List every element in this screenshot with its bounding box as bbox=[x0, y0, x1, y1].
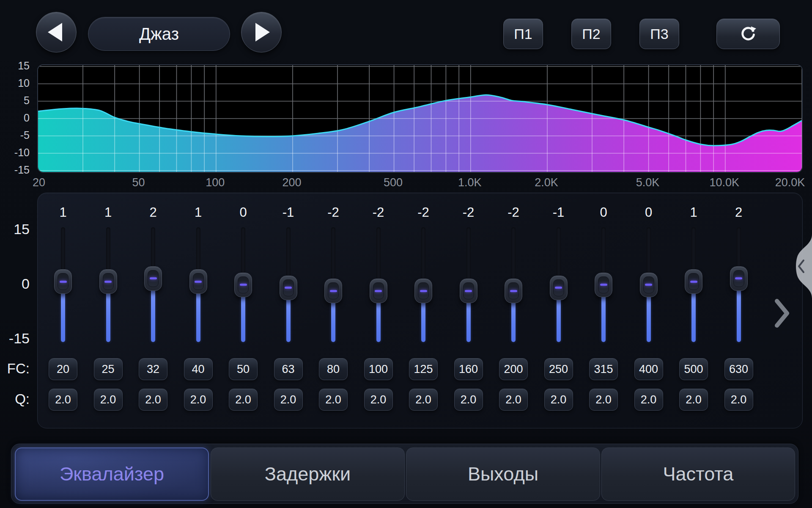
slider-scale-max-label: 15 bbox=[0, 221, 30, 237]
band-q-button[interactable]: 2.0 bbox=[364, 389, 393, 411]
band-slider-thumb-inner bbox=[238, 276, 249, 293]
band-q-button[interactable]: 2.0 bbox=[139, 389, 167, 411]
eq-band-column: 15002.0 bbox=[671, 0, 716, 508]
tab-outputs[interactable]: Выходы bbox=[406, 447, 600, 501]
band-q-button[interactable]: 2.0 bbox=[94, 389, 123, 411]
band-slider-thumb[interactable] bbox=[640, 273, 658, 297]
band-slider-thumb-inner bbox=[553, 279, 564, 296]
band-fc-button[interactable]: 630 bbox=[724, 358, 753, 380]
thumb-dash-icon bbox=[285, 287, 292, 289]
band-gain-value: 2 bbox=[131, 205, 176, 220]
band-slider-thumb[interactable] bbox=[234, 273, 252, 297]
band-q-button[interactable]: 2.0 bbox=[499, 389, 528, 411]
band-gain-value: -2 bbox=[401, 205, 446, 220]
eq-band-column: -2802.0 bbox=[311, 0, 356, 508]
thumb-dash-icon bbox=[375, 290, 382, 292]
band-q-button[interactable]: 2.0 bbox=[724, 389, 753, 411]
band-slider-fill bbox=[286, 298, 291, 342]
band-fc-button[interactable]: 50 bbox=[229, 358, 258, 380]
band-gain-value: -1 bbox=[266, 205, 311, 220]
eq-band-column: 1202.0 bbox=[41, 0, 85, 508]
band-slider-thumb[interactable] bbox=[550, 276, 568, 300]
band-slider-thumb[interactable] bbox=[595, 273, 612, 297]
equalizer-screen: Джаз П1 П2 П3 151050-5-10-15 20501002005… bbox=[0, 0, 812, 508]
band-fc-button[interactable]: 160 bbox=[454, 358, 483, 380]
band-slider-thumb-inner bbox=[733, 270, 744, 287]
band-slider-fill bbox=[151, 289, 155, 342]
band-fc-button[interactable]: 63 bbox=[274, 358, 303, 380]
band-fc-button[interactable]: 500 bbox=[679, 358, 708, 380]
band-q-button[interactable]: 2.0 bbox=[229, 389, 258, 411]
band-slider-thumb[interactable] bbox=[730, 266, 748, 291]
band-slider-thumb[interactable] bbox=[99, 269, 117, 294]
band-gain-value: -2 bbox=[311, 205, 356, 220]
chevron-right-icon bbox=[777, 301, 787, 326]
thumb-dash-icon bbox=[510, 290, 517, 292]
y-tick-label: 15 bbox=[3, 59, 30, 72]
band-slider-thumb[interactable] bbox=[685, 269, 702, 294]
band-slider-fill bbox=[647, 295, 651, 342]
band-slider-thumb[interactable] bbox=[189, 269, 207, 294]
band-slider-thumb-inner bbox=[148, 270, 159, 287]
band-gain-value: 1 bbox=[176, 205, 221, 220]
band-q-button[interactable]: 2.0 bbox=[634, 389, 663, 411]
y-tick-label: 5 bbox=[3, 94, 30, 107]
band-slider-fill bbox=[376, 301, 381, 342]
band-slider-fill bbox=[557, 298, 561, 342]
slider-scale-zero-label: 0 bbox=[0, 276, 30, 292]
band-fc-button[interactable]: 25 bbox=[94, 358, 123, 380]
band-fc-button[interactable]: 200 bbox=[499, 358, 528, 380]
band-slider-fill bbox=[331, 301, 335, 342]
eq-band-column: 03152.0 bbox=[581, 0, 626, 508]
band-slider-thumb-inner bbox=[508, 282, 519, 299]
band-slider-thumb-inner bbox=[283, 279, 294, 296]
next-bands-page-button[interactable] bbox=[774, 298, 791, 330]
band-slider-thumb[interactable] bbox=[414, 279, 432, 303]
band-gain-value: -2 bbox=[446, 205, 491, 220]
thumb-dash-icon bbox=[420, 290, 427, 292]
band-fc-button[interactable]: 100 bbox=[364, 358, 393, 380]
band-q-button[interactable]: 2.0 bbox=[409, 389, 438, 411]
band-fc-button[interactable]: 125 bbox=[409, 358, 438, 380]
band-gain-value: -2 bbox=[491, 205, 536, 220]
band-q-button[interactable]: 2.0 bbox=[589, 389, 618, 411]
tab-equalizer[interactable]: Эквалайзер bbox=[15, 447, 209, 501]
band-q-button[interactable]: 2.0 bbox=[49, 389, 77, 411]
side-drawer-handle[interactable] bbox=[791, 234, 812, 300]
band-fc-button[interactable]: 250 bbox=[544, 358, 573, 380]
band-slider-thumb[interactable] bbox=[144, 266, 162, 291]
band-slider-thumb[interactable] bbox=[324, 279, 342, 303]
band-fc-button[interactable]: 20 bbox=[49, 358, 77, 380]
band-fc-button[interactable]: 32 bbox=[139, 358, 167, 380]
band-slider-thumb-inner bbox=[643, 276, 654, 293]
band-q-button[interactable]: 2.0 bbox=[184, 389, 213, 411]
eq-band-column: -21252.0 bbox=[401, 0, 446, 508]
band-slider-fill bbox=[61, 292, 65, 342]
eq-band-column: -1632.0 bbox=[266, 0, 311, 508]
band-gain-value: -1 bbox=[536, 205, 581, 220]
band-slider-thumb[interactable] bbox=[370, 279, 387, 303]
tab-frequency[interactable]: Частота bbox=[601, 447, 795, 501]
band-q-button[interactable]: 2.0 bbox=[274, 389, 303, 411]
band-q-button[interactable]: 2.0 bbox=[679, 389, 708, 411]
bottom-tab-bar: Эквалайзер Задержки Выходы Частота bbox=[11, 444, 798, 504]
band-fc-button[interactable]: 400 bbox=[634, 358, 663, 380]
eq-band-column: 2322.0 bbox=[131, 0, 176, 508]
eq-band-column: 0502.0 bbox=[221, 0, 266, 508]
band-fc-button[interactable]: 315 bbox=[589, 358, 618, 380]
band-slider-thumb[interactable] bbox=[54, 269, 72, 294]
band-fc-button[interactable]: 80 bbox=[319, 358, 348, 380]
band-slider-thumb[interactable] bbox=[280, 276, 297, 300]
band-slider-thumb[interactable] bbox=[505, 279, 522, 303]
band-slider-fill bbox=[196, 292, 200, 342]
thumb-dash-icon bbox=[60, 281, 67, 283]
band-slider-fill bbox=[106, 292, 110, 342]
band-slider-thumb[interactable] bbox=[460, 279, 477, 303]
band-q-button[interactable]: 2.0 bbox=[319, 389, 348, 411]
thumb-dash-icon bbox=[150, 277, 157, 279]
band-q-button[interactable]: 2.0 bbox=[454, 389, 483, 411]
band-slider-thumb-inner bbox=[193, 273, 204, 290]
tab-delays[interactable]: Задержки bbox=[211, 447, 405, 501]
band-q-button[interactable]: 2.0 bbox=[544, 389, 573, 411]
band-fc-button[interactable]: 40 bbox=[184, 358, 213, 380]
